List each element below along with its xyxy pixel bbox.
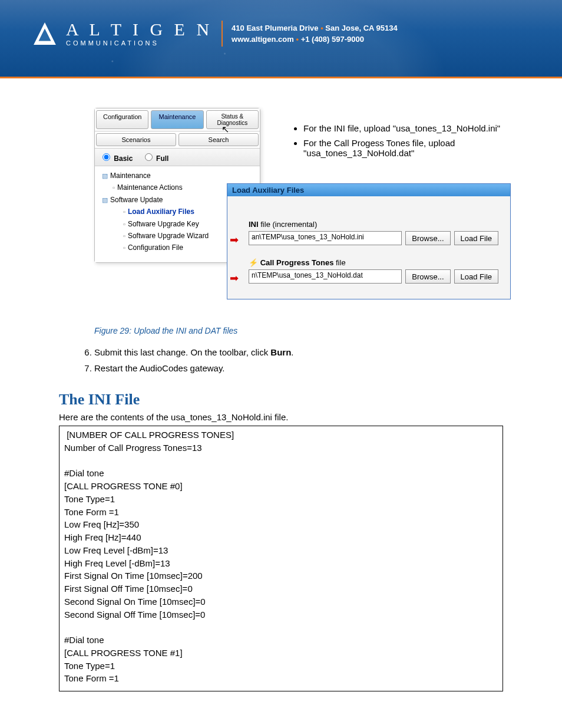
arrow-icon: ➡ (230, 233, 239, 246)
tree-upgrade-key-label: Software Upgrade Key (128, 220, 199, 228)
step-7: Restart the AudioCodes gateway. (94, 363, 503, 373)
step-6-period: . (291, 347, 293, 357)
tree-upgrade-wizard-label: Software Upgrade Wizard (128, 232, 209, 240)
radio-basic-label: Basic (114, 154, 133, 163)
numbered-steps: Submit this last change. On the toolbar,… (59, 347, 503, 373)
ini-file-label: INI file (incremental) (249, 220, 498, 229)
logo-icon (32, 21, 57, 46)
tab-scenarios[interactable]: Scenarios (96, 133, 176, 146)
lightning-icon: ⚡ (249, 258, 258, 267)
page-footer: Configuring Analog Extensions with Audio… (0, 709, 562, 728)
ini-code-box: [NUMBER OF CALL PROGRESS TONES] Number o… (59, 426, 503, 691)
tab-search[interactable]: Search (178, 133, 259, 146)
tree-maintenance-actions-label: Maintenance Actions (117, 183, 183, 192)
figure-caption: Figure 29: Upload the INI and DAT files (94, 326, 503, 335)
ini-code-content: [NUMBER OF CALL PROGRESS TONES] Number o… (64, 429, 498, 685)
tree-config-file-label: Configuration File (128, 243, 183, 252)
instruction-bullets: For the INI file, upload "usa_tones_13_N… (292, 123, 503, 163)
radio-basic[interactable]: Basic (100, 154, 133, 163)
bullet-cpt: For the Call Progess Tones file, upload … (303, 138, 503, 158)
aux-panel-title: Load Auxiliary Files (227, 184, 510, 196)
tab-status-diagnostics[interactable]: Status & Diagnostics (206, 110, 259, 129)
ini-file-input[interactable]: an\TEMP\usa_tones_13_NoHold.ini (249, 231, 402, 245)
tab-maintenance[interactable]: Maintenance (151, 110, 203, 129)
address-phone: +1 (408) 597-9000 (301, 35, 364, 44)
cpt-browse-button[interactable]: Browse... (405, 269, 450, 284)
address-web: www.altigen.com (232, 35, 294, 44)
tree-maintenance-label: Maintenance (110, 172, 151, 180)
ini-intro-text: Here are the contents of the usa_tones_1… (59, 412, 503, 422)
ini-bold: INI (249, 220, 259, 229)
radio-full-label: Full (156, 154, 168, 163)
load-auxiliary-files-panel: Load Auxiliary Files INI file (increment… (227, 183, 511, 299)
radio-full[interactable]: Full (142, 154, 169, 163)
ini-load-button[interactable]: Load File (454, 231, 498, 245)
tab-configuration[interactable]: Configuration (96, 110, 148, 129)
cpt-load-button[interactable]: Load File (454, 269, 498, 284)
step-6-burn: Burn (270, 347, 291, 357)
logo-sub-text: COMMUNICATIONS (66, 39, 213, 47)
step-6: Submit this last change. On the toolbar,… (94, 347, 503, 357)
tree-software-update-label: Software Update (110, 196, 163, 204)
address-street: 410 East Plumeria Drive (232, 24, 318, 32)
cpt-bold: Call Progress Tones (260, 258, 334, 267)
cursor-pointer-icon: ↖ (222, 124, 229, 135)
bullet-ini: For the INI file, upload "usa_tones_13_N… (303, 123, 503, 133)
address-city: San Jose, CA 95134 (325, 24, 397, 32)
step-6-text: Submit this last change. On the toolbar,… (94, 347, 270, 357)
logo-main-text: A L T I G E N (66, 21, 213, 38)
header-address: 410 East Plumeria Drive • San Jose, CA 9… (232, 22, 398, 45)
ini-rest: file (incremental) (259, 220, 318, 229)
arrow-icon: ➡ (230, 272, 239, 285)
tree-maintenance[interactable]: Maintenance (100, 170, 255, 182)
header-banner: A L T I G E N COMMUNICATIONS 410 East Pl… (0, 0, 562, 78)
cpt-file-label: ⚡ Call Progress Tones file (249, 258, 498, 267)
figure-29: Configuration Maintenance Status & Diagn… (59, 108, 503, 320)
tree-load-aux-label: Load Auxiliary Files (128, 207, 194, 216)
cpt-file-input[interactable]: n\TEMP\usa_tones_13_NoHold.dat (249, 269, 402, 284)
ini-file-heading: The INI File (59, 391, 503, 409)
cpt-rest: file (333, 258, 345, 267)
ini-browse-button[interactable]: Browse... (405, 231, 450, 245)
